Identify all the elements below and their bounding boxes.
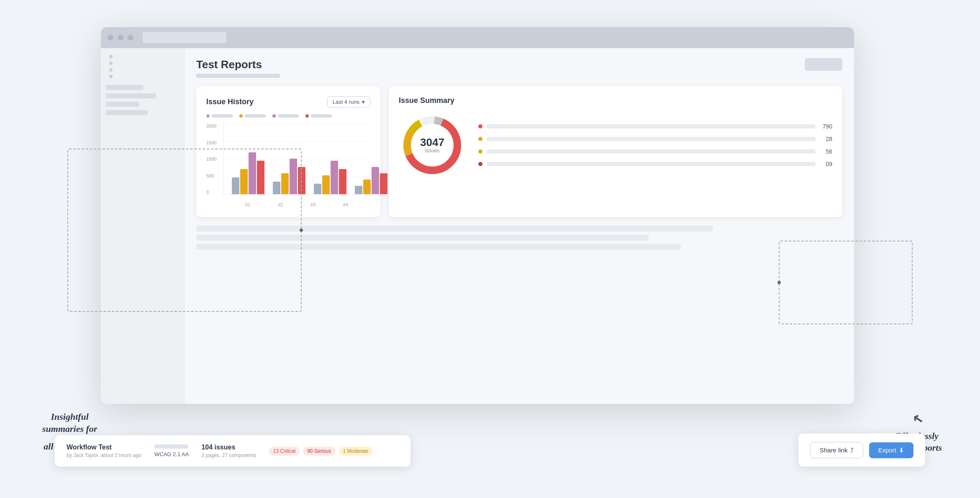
bar-seg-3-purple [331, 161, 338, 194]
summary-legend-item-2: 28 [478, 136, 832, 142]
summary-value-3: 56 [820, 148, 832, 155]
report-info: Workflow Test by Jack Taylor, about 2 ho… [67, 444, 142, 458]
issue-summary-card: Issue Summary [389, 86, 842, 217]
y-label-1000: 1000 [206, 157, 221, 162]
donut-chart: 3047 Issues [399, 112, 466, 179]
bar-seg-3-gray [314, 184, 321, 194]
x-label-1: #1 [245, 202, 250, 207]
export-button[interactable]: Export ⬇ [869, 442, 913, 458]
sidebar-dot-3 [109, 68, 113, 72]
summary-dot-3 [478, 149, 482, 154]
download-icon: ⬇ [899, 447, 904, 454]
browser-dot-3 [128, 35, 133, 41]
summary-dot-1 [478, 124, 482, 128]
browser-urlbar [143, 32, 226, 43]
report-meta: by Jack Taylor, about 2 hours ago [67, 452, 142, 458]
bar-seg-3-red [339, 169, 346, 194]
bar-seg-2-red [298, 167, 305, 194]
legend-dot-3 [272, 114, 276, 118]
share-link-button[interactable]: Share link ⤴ [810, 442, 863, 458]
bar-group-4 [355, 167, 387, 194]
bar-seg-4-purple [372, 167, 379, 194]
legend-item-3 [272, 114, 299, 118]
bar-seg-2-gray [273, 182, 280, 194]
donut-count: 3047 [420, 137, 444, 148]
summary-card-header: Issue Summary [399, 96, 832, 105]
summary-card-title: Issue Summary [399, 96, 454, 105]
share-icon: ⤴ [850, 447, 854, 454]
legend-dot-1 [206, 114, 210, 118]
report-card: Workflow Test by Jack Taylor, about 2 ho… [55, 435, 410, 467]
bar-chart: 0 500 1000 1500 2000 [206, 123, 370, 207]
summary-legend-item-4: 09 [478, 161, 832, 167]
summary-value-4: 09 [820, 161, 832, 167]
summary-body: 3047 Issues 790 [399, 112, 832, 179]
bar-stack-2 [273, 159, 305, 194]
legend-item-4 [305, 114, 332, 118]
badge-moderate: 1 Moderate [339, 447, 373, 456]
runs-dropdown[interactable]: Last 4 runs ▾ [327, 96, 370, 108]
scene: Test Reports Issue History Last 4 runs ▾ [30, 19, 950, 479]
table-row-3 [196, 244, 681, 250]
summary-legend-item-1: 790 [478, 123, 832, 130]
y-label-2000: 2000 [206, 123, 221, 128]
table-rows [196, 226, 842, 250]
legend-bar-1 [212, 114, 233, 118]
bar-group-3 [314, 161, 346, 194]
legend-bar-4 [311, 114, 332, 118]
sidebar-dot-1 [109, 55, 113, 58]
legend-bar-2 [245, 114, 266, 118]
summary-legend-item-3: 56 [478, 148, 832, 155]
bar-seg-2-yellow [281, 173, 289, 194]
sidebar-item-4[interactable] [106, 110, 148, 115]
page-subtitle-bar [196, 74, 280, 78]
bar-group-1 [232, 152, 264, 194]
share-link-label: Share link [820, 447, 848, 454]
chart-plot [223, 123, 370, 195]
badge-serious: 90 Serious [303, 447, 335, 456]
summary-bar-1 [487, 124, 816, 128]
browser-titlebar [101, 27, 854, 48]
sidebar-item-2[interactable] [106, 93, 156, 98]
bar-stack-1 [232, 152, 264, 194]
history-card-title: Issue History [206, 98, 254, 106]
sidebar-dot-4 [109, 75, 113, 78]
y-axis-labels: 0 500 1000 1500 2000 [206, 123, 221, 195]
standard-bar [154, 444, 188, 449]
page-title-area: Test Reports [196, 58, 280, 78]
table-row-1 [196, 226, 713, 231]
sidebar-items [106, 85, 179, 115]
x-axis-labels: #1 #2 #3 #4 [223, 202, 370, 207]
bar-seg-2-purple [290, 159, 297, 194]
x-label-2: #2 [278, 202, 283, 207]
sidebar-item-1[interactable] [106, 85, 144, 90]
issues-count: 104 issues [201, 444, 256, 451]
arrow-right-icon: ↖ [909, 410, 926, 430]
bar-seg-4-red [380, 173, 387, 194]
sidebar [101, 48, 185, 404]
header-action-button[interactable] [805, 58, 842, 71]
summary-legend: 790 28 56 [478, 123, 832, 167]
bar-seg-3-yellow [322, 175, 330, 194]
y-label-500: 500 [206, 173, 221, 178]
browser-body: Test Reports Issue History Last 4 runs ▾ [101, 48, 854, 404]
summary-dot-2 [478, 137, 482, 141]
browser-dot-1 [108, 35, 113, 41]
browser-window: Test Reports Issue History Last 4 runs ▾ [101, 27, 854, 404]
issues-detail: 2 pages, 27 components [201, 452, 256, 458]
summary-dot-4 [478, 162, 482, 166]
bar-seg-1-purple [249, 152, 256, 194]
sidebar-dots [106, 55, 179, 78]
cards-row: Issue History Last 4 runs ▾ [196, 86, 842, 217]
issues-section: 104 issues 2 pages, 27 components [201, 444, 256, 458]
summary-value-1: 790 [820, 123, 832, 130]
main-content: Test Reports Issue History Last 4 runs ▾ [185, 48, 854, 404]
badges-container: 13 Critical 90 Serious 1 Moderate [269, 447, 372, 456]
sidebar-item-3[interactable] [106, 102, 139, 107]
y-label-0: 0 [206, 190, 221, 195]
legend-item-2 [239, 114, 266, 118]
page-title: Test Reports [196, 58, 280, 71]
donut-label: Issues [420, 148, 444, 154]
issue-history-card: Issue History Last 4 runs ▾ [196, 86, 380, 217]
badge-critical: 13 Critical [269, 447, 300, 456]
